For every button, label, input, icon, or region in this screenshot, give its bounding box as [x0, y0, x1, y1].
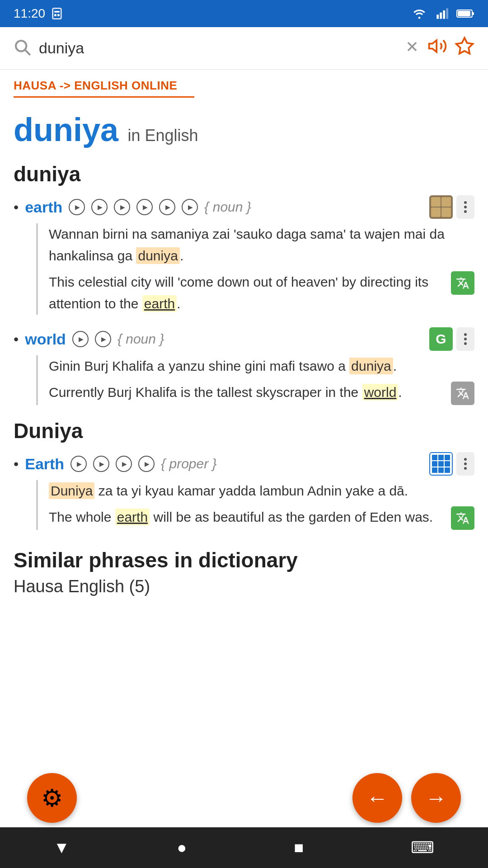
play-Earth-1[interactable] [70, 456, 87, 472]
pos-Earth: { proper } [161, 456, 216, 472]
back-icon: ← [366, 786, 388, 811]
highlight-earth-1: earth [142, 295, 177, 312]
bullet-earth: • [14, 199, 19, 216]
play-world-2[interactable] [95, 331, 111, 347]
highlight-world-1: world [362, 384, 399, 401]
svg-rect-5 [436, 14, 439, 19]
highlight-duniya-1: duniya [136, 247, 179, 264]
translation-row-world: Currently Burj Khalifa is the tallest sk… [49, 382, 474, 405]
word-earth[interactable]: earth [25, 198, 62, 216]
settings-icon: ⚙ [41, 784, 63, 812]
play-Earth-3[interactable] [116, 456, 132, 472]
battery-icon [456, 9, 474, 19]
nav-back-icon[interactable]: ▼ [54, 838, 70, 857]
example-hausa-earth: Wannan birni na samaniya zai 'sauko daga… [49, 223, 474, 267]
icon-group-earth [429, 195, 474, 219]
section1-title: duniya [14, 162, 474, 186]
more-options-earth[interactable] [456, 195, 474, 219]
mosaic-icon-earth[interactable] [429, 195, 453, 219]
svg-rect-1 [54, 11, 60, 13]
svg-point-12 [16, 41, 26, 51]
search-bar [0, 27, 488, 70]
nav-home-icon[interactable]: ● [177, 838, 187, 857]
settings-fab[interactable]: ⚙ [27, 773, 77, 823]
section2-title: Duniya [14, 419, 474, 443]
play-earth-1[interactable] [69, 199, 85, 215]
search-input[interactable] [39, 39, 397, 57]
translate-icon-Earth[interactable] [451, 506, 474, 530]
bullet-Earth: • [14, 456, 19, 472]
translate-icon-world[interactable] [451, 382, 474, 405]
similar-phrases-subtitle: Hausa English (5) [14, 577, 474, 596]
svg-rect-6 [440, 13, 442, 19]
favorite-button[interactable] [455, 36, 474, 60]
pattern-icon-Earth[interactable] [429, 452, 453, 476]
back-fab[interactable]: ← [352, 773, 402, 823]
status-bar-left: 11:20 [14, 6, 63, 21]
svg-rect-10 [472, 12, 474, 15]
status-bar: 11:20 [0, 0, 488, 27]
forward-fab[interactable]: → [411, 773, 461, 823]
search-icon [14, 38, 32, 58]
svg-marker-16 [429, 40, 437, 52]
nav-keyboard-icon[interactable]: ⌨ [411, 838, 434, 857]
main-word: duniya [14, 112, 118, 148]
example-hausa-world: Ginin Burj Khalifa a yanzu shine gini ma… [49, 355, 474, 377]
more-options-world[interactable] [456, 327, 474, 351]
audio-button[interactable] [427, 36, 447, 60]
play-earth-3[interactable] [114, 199, 130, 215]
nav-recents-icon[interactable]: ■ [294, 838, 304, 857]
svg-rect-3 [57, 14, 60, 16]
svg-line-13 [25, 50, 30, 55]
definition-Earth-proper: • Earth { proper } [14, 452, 474, 530]
example-hausa-Earth: Duniya za ta yi kyau kamar yadda lambun … [49, 480, 474, 502]
svg-rect-11 [458, 11, 470, 16]
example-block-Earth: Duniya za ta yi kyau kamar yadda lambun … [36, 480, 474, 530]
bullet-world: • [14, 331, 19, 348]
status-bar-right [411, 7, 474, 20]
similar-phrases-section: Similar phrases in dictionary Hausa Engl… [14, 548, 474, 596]
language-label: HAUSA -> ENGLISH ONLINE [14, 79, 177, 92]
forward-icon: → [425, 786, 447, 811]
play-earth-2[interactable] [91, 199, 108, 215]
svg-point-4 [418, 17, 421, 19]
definition-Earth-header: • Earth { proper } [14, 452, 474, 476]
play-Earth-4[interactable] [138, 456, 155, 472]
translation-row-earth: This celestial city will 'come down out … [49, 271, 474, 315]
translate-icon-earth[interactable] [451, 271, 474, 295]
example-english-earth: This celestial city will 'come down out … [49, 271, 446, 315]
language-banner: HAUSA -> ENGLISH ONLINE [0, 70, 488, 98]
pos-earth: { noun } [204, 199, 251, 215]
section-lowercase: duniya • earth { noun } [14, 162, 474, 405]
example-block-earth: Wannan birni na samaniya zai 'sauko daga… [36, 223, 474, 315]
highlight-Duniya: Duniya [49, 482, 94, 499]
play-earth-6[interactable] [182, 199, 198, 215]
play-earth-5[interactable] [159, 199, 175, 215]
bottom-fabs: ⚙ ← → [0, 773, 488, 823]
svg-rect-7 [443, 10, 445, 19]
wifi-icon [411, 7, 427, 20]
word-world[interactable]: world [25, 330, 66, 348]
svg-rect-2 [54, 14, 56, 16]
highlight-duniya-2: duniya [349, 358, 393, 374]
play-Earth-2[interactable] [93, 456, 109, 472]
icon-group-Earth [429, 452, 474, 476]
example-block-world: Ginin Burj Khalifa a yanzu shine gini ma… [36, 355, 474, 405]
g-icon-world[interactable]: G [429, 327, 453, 351]
example-english-Earth: The whole earth will be as beautiful as … [49, 506, 446, 528]
more-options-Earth[interactable] [456, 452, 474, 476]
play-earth-4[interactable] [136, 199, 153, 215]
highlight-earth-2: earth [115, 509, 150, 525]
status-time: 11:20 [14, 6, 45, 21]
definition-earth-header: • earth { noun } [14, 195, 474, 219]
definition-world: • world { noun } G Ginin Burj Khalifa a … [14, 327, 474, 405]
similar-phrases-title: Similar phrases in dictionary [14, 548, 474, 572]
translation-row-Earth: The whole earth will be as beautiful as … [49, 506, 474, 530]
clear-button[interactable] [404, 38, 420, 58]
nav-bar: ▼ ● ■ ⌨ [0, 827, 488, 868]
play-world-1[interactable] [72, 331, 89, 347]
svg-marker-17 [456, 38, 473, 54]
svg-rect-8 [446, 8, 448, 19]
sim-icon [51, 7, 63, 20]
word-Earth[interactable]: Earth [25, 455, 64, 473]
